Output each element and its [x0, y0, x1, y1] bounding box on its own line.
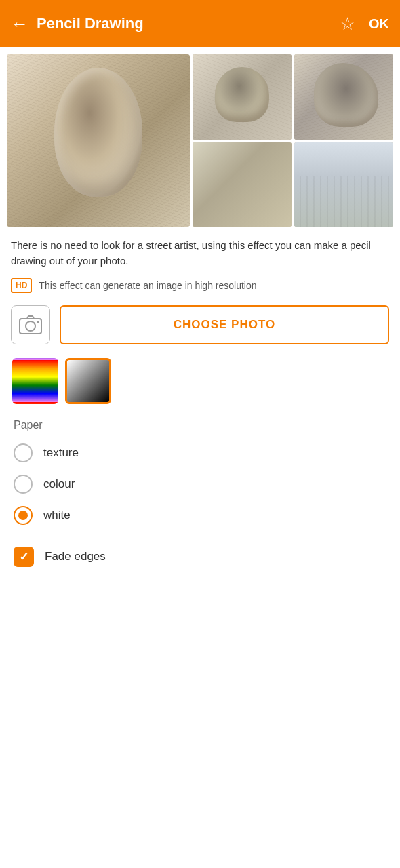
ok-button[interactable]: OK [369, 16, 389, 32]
main-sketch [7, 54, 190, 227]
paper-option-white[interactable]: white [11, 500, 389, 530]
hd-notice: HD This effect can generate an image in … [11, 278, 389, 293]
camera-icon-button[interactable] [11, 305, 50, 344]
paper-label-texture: texture [43, 446, 79, 460]
paper-radio-group: texture colour white [11, 438, 389, 530]
favorite-button[interactable]: ☆ [340, 14, 355, 35]
radio-circle-colour [14, 475, 33, 494]
thumb-sketch-2 [294, 54, 393, 140]
paper-option-texture[interactable]: texture [11, 438, 389, 468]
radio-circle-white [14, 506, 33, 525]
gallery-main-image [7, 54, 190, 227]
camera-icon [19, 315, 42, 334]
checkbox-box-fade-edges: ✓ [14, 547, 34, 567]
gallery-thumb-1 [193, 54, 292, 140]
fade-edges-label: Fade edges [45, 550, 106, 564]
thumb-sketch-4 [294, 142, 393, 228]
radio-circle-texture [14, 443, 33, 462]
choose-photo-button[interactable]: CHOOSE PHOTO [60, 305, 389, 344]
thumb-sketch-3 [193, 142, 292, 228]
color-swatches [11, 358, 389, 404]
hd-notice-text: This effect can generate an image in hig… [39, 280, 256, 291]
bw-swatch[interactable] [65, 358, 111, 404]
header-right: ☆ OK [340, 14, 389, 35]
gallery-thumb-4 [294, 142, 393, 228]
checkmark-icon: ✓ [19, 551, 29, 563]
paper-label-colour: colour [43, 477, 75, 491]
gallery-thumb-2 [294, 54, 393, 140]
gallery-grid [193, 54, 393, 227]
thumb-sketch-1 [193, 54, 292, 140]
hd-badge: HD [11, 278, 32, 293]
description-text: There is no need to look for a street ar… [11, 238, 389, 269]
paper-section: Paper texture colour white [11, 419, 389, 530]
paper-section-label: Paper [11, 419, 389, 431]
svg-point-2 [37, 321, 39, 323]
paper-option-colour[interactable]: colour [11, 469, 389, 499]
color-swatch[interactable] [12, 358, 58, 404]
header: ← Pencil Drawing ☆ OK [0, 0, 400, 47]
gallery-thumb-3 [193, 142, 292, 228]
paper-label-white: white [43, 509, 71, 522]
header-left: ← Pencil Drawing [11, 14, 144, 35]
page-title: Pencil Drawing [37, 15, 144, 33]
choose-photo-row: CHOOSE PHOTO [11, 305, 389, 344]
back-button[interactable]: ← [11, 14, 28, 35]
content-area: There is no need to look for a street ar… [0, 227, 400, 572]
fade-edges-checkbox[interactable]: ✓ Fade edges [11, 541, 389, 572]
svg-point-1 [26, 321, 35, 331]
radio-inner-white [18, 511, 28, 520]
gallery [0, 47, 400, 227]
